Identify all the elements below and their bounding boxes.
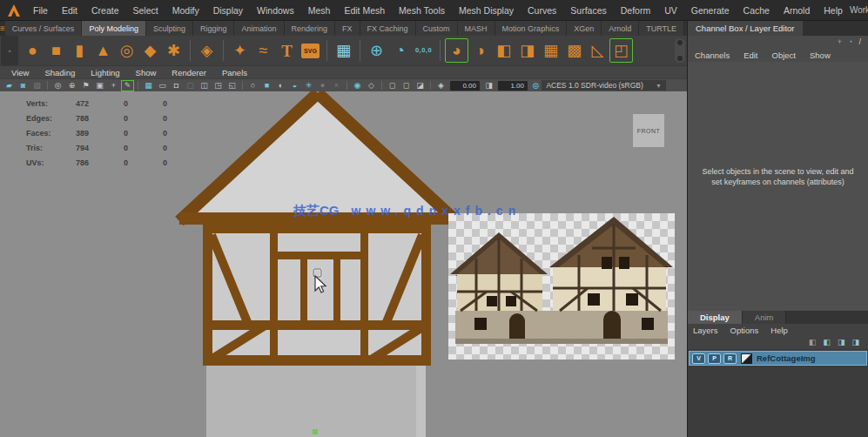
safe-action-icon[interactable]: ◳ bbox=[212, 80, 225, 91]
poly-cube-icon[interactable]: ■ bbox=[44, 38, 68, 63]
mash-network-icon[interactable]: ▦ bbox=[332, 38, 355, 63]
move-to-origin-icon[interactable]: 0,0,0 bbox=[412, 38, 435, 63]
menu-item[interactable]: Mesh bbox=[301, 5, 338, 16]
safe-title-icon[interactable]: ◱ bbox=[225, 80, 239, 91]
viewport[interactable]: Verts:47200 Edges:78800 Faces:38900 Tris… bbox=[0, 91, 687, 437]
manipulator-icon[interactable]: + bbox=[838, 38, 842, 46]
shelf-tab-fx[interactable]: FX bbox=[335, 21, 360, 36]
image-plane-icon[interactable]: ▣ bbox=[93, 80, 106, 91]
speed-state-icon[interactable]: ◔ bbox=[848, 38, 852, 46]
layer-menu-item[interactable]: Options bbox=[730, 326, 759, 335]
layer-playback-toggle[interactable]: P bbox=[708, 353, 721, 364]
channel-box-title[interactable]: Channel Box / Layer Editor bbox=[688, 21, 803, 36]
move-layer-down-icon[interactable]: ◨ bbox=[851, 339, 859, 346]
menu-item[interactable]: Curves bbox=[521, 5, 563, 16]
isolate-select-icon[interactable]: ◇ bbox=[365, 80, 378, 91]
panel-menu-item[interactable]: Show bbox=[128, 68, 165, 77]
xray-icon[interactable]: ◉ bbox=[351, 80, 364, 91]
grid-toggle-icon[interactable]: ▦ bbox=[142, 80, 155, 91]
menu-item[interactable]: Generate bbox=[684, 5, 737, 16]
layer-visibility-toggle[interactable]: V bbox=[692, 353, 705, 364]
resolution-gate-icon[interactable]: ◘ bbox=[170, 80, 183, 91]
smooth-mesh-icon[interactable]: ▦ bbox=[539, 38, 562, 63]
lasso-select-icon[interactable]: ◙ bbox=[17, 80, 30, 91]
sweep-mesh-icon[interactable]: ✦ bbox=[228, 38, 252, 63]
film-gate-icon[interactable]: ▭ bbox=[156, 80, 169, 91]
svg-tool-icon[interactable]: SVG bbox=[301, 44, 320, 58]
exposure-icon[interactable]: ◈ bbox=[434, 80, 447, 91]
layer-tab-anim[interactable]: Anim bbox=[743, 311, 787, 324]
paint-select-icon[interactable]: ▨ bbox=[30, 80, 44, 91]
panel-menu-item[interactable]: Shading bbox=[37, 68, 83, 77]
snapshot-icon[interactable]: ◻ bbox=[386, 80, 399, 91]
menu-item[interactable]: Cache bbox=[737, 5, 777, 16]
shelf-tab-fx-caching[interactable]: FX Caching bbox=[360, 21, 416, 36]
exposure-field[interactable]: 0.00 bbox=[450, 81, 480, 91]
multi-cut-icon[interactable]: ◧ bbox=[492, 38, 515, 63]
poly-disc-icon[interactable]: ✱ bbox=[162, 38, 185, 63]
shelf-tab-arnold[interactable]: Arnold bbox=[602, 21, 639, 36]
poly-torus-icon[interactable]: ◎ bbox=[115, 38, 138, 63]
layer-color-swatch[interactable] bbox=[741, 353, 752, 364]
menu-item[interactable]: UV bbox=[657, 5, 684, 16]
camera-lock-icon[interactable]: ⊕ bbox=[65, 80, 78, 91]
export-view-icon[interactable]: ◪ bbox=[414, 80, 427, 91]
bookmark-icon[interactable]: ⚑ bbox=[79, 80, 92, 91]
default-material-icon[interactable]: ◒ bbox=[288, 80, 301, 91]
color-management-icon[interactable]: ⊜ bbox=[532, 81, 539, 91]
panel-menu-item[interactable]: Panels bbox=[214, 68, 255, 77]
subdivide-icon[interactable]: ▩ bbox=[562, 38, 586, 63]
menu-item[interactable]: File bbox=[26, 5, 55, 16]
menu-item[interactable]: Edit Mesh bbox=[337, 5, 392, 16]
channel-box-menu-item[interactable]: Object bbox=[772, 50, 796, 60]
layer-menu-item[interactable]: Layers bbox=[693, 326, 718, 335]
menu-item[interactable]: Mesh Display bbox=[452, 5, 521, 16]
shaded-mode-icon[interactable]: ■ bbox=[260, 80, 273, 91]
wireframe-mode-icon[interactable]: ○ bbox=[246, 80, 259, 91]
type-tool-icon[interactable]: T bbox=[275, 38, 299, 63]
shelf-tab-sculpting[interactable]: Sculpting bbox=[146, 21, 193, 36]
poly-sphere-icon[interactable]: ● bbox=[21, 38, 44, 63]
menu-item[interactable]: Arnold bbox=[777, 5, 817, 16]
poly-cone-icon[interactable]: ▲ bbox=[91, 38, 115, 63]
camera-attributes-icon[interactable]: ◎ bbox=[51, 80, 64, 91]
shelf-tab-curves-surfaces[interactable]: Curves / Surfaces bbox=[5, 21, 83, 36]
menu-item[interactable]: Windows bbox=[250, 5, 301, 16]
shelf-options-icon[interactable]: ◦ bbox=[1, 36, 18, 65]
menu-item[interactable]: Surfaces bbox=[563, 5, 613, 16]
curve-warp-icon[interactable]: ≈ bbox=[252, 38, 275, 63]
menu-item[interactable]: Select bbox=[126, 5, 165, 16]
poly-plane-icon[interactable]: ◆ bbox=[138, 38, 162, 63]
quad-draw-icon[interactable]: ◕ bbox=[445, 38, 468, 63]
platonic-solid-icon[interactable]: ◈ bbox=[195, 38, 219, 63]
shelf-tab-poly-modeling[interactable]: Poly Modeling bbox=[82, 21, 146, 36]
channel-box-menu-item[interactable]: Edit bbox=[744, 50, 757, 60]
shelf-tab-animation[interactable]: Animation bbox=[234, 21, 284, 36]
menu-item[interactable]: Help bbox=[817, 5, 850, 16]
menu-item[interactable]: Deform bbox=[614, 5, 657, 16]
occlusion-icon[interactable]: × bbox=[330, 80, 343, 91]
maya-logo-icon[interactable] bbox=[5, 3, 23, 17]
gamma-field[interactable]: 1.00 bbox=[498, 81, 528, 91]
field-chart-icon[interactable]: ◫ bbox=[198, 80, 211, 91]
shelf-tab-custom[interactable]: Custom bbox=[416, 21, 458, 36]
shelf-tab-xgen[interactable]: XGen bbox=[567, 21, 602, 36]
mirror-icon[interactable]: ◨ bbox=[515, 38, 539, 63]
panel-menu-item[interactable]: View bbox=[3, 68, 37, 77]
layer-row-refcottageimg[interactable]: V P R RefCottageImg bbox=[689, 351, 867, 366]
shelf-tab-motion-graphics[interactable]: Motion Graphics bbox=[495, 21, 568, 36]
symmetry-icon[interactable]: ◑ bbox=[468, 38, 492, 63]
shelf-tab-mash[interactable]: MASH bbox=[458, 21, 495, 36]
menu-item[interactable]: Mesh Tools bbox=[392, 5, 452, 16]
colorspace-dropdown[interactable]: ACES 1.0 SDR-video (sRGB) ▼ bbox=[542, 80, 665, 91]
select-highlight-icon[interactable]: ▰ bbox=[3, 80, 16, 91]
shelf-scrollbar[interactable] bbox=[675, 38, 685, 63]
menu-item[interactable]: Display bbox=[206, 5, 250, 16]
snapshot-all-icon[interactable]: ◻ bbox=[400, 80, 413, 91]
textured-mode-icon[interactable]: ◐ bbox=[274, 80, 287, 91]
menu-item[interactable]: Edit bbox=[55, 5, 84, 16]
bridge-icon[interactable]: ◰ bbox=[609, 38, 633, 63]
layer-tab-display[interactable]: Display bbox=[688, 311, 743, 324]
shelf-tab-rigging[interactable]: Rigging bbox=[193, 21, 235, 36]
bevel-icon[interactable]: ◺ bbox=[586, 38, 609, 63]
